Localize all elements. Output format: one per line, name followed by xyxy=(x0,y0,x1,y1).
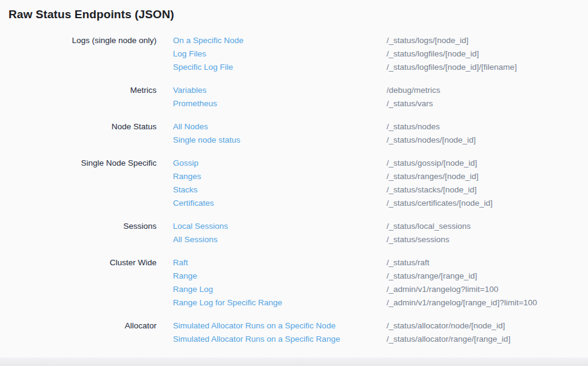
endpoint-url: /_admin/v1/rangelog?limit=100 xyxy=(387,283,498,296)
endpoint-url: /_status/allocator/range/[range_id] xyxy=(387,333,510,346)
endpoint-rows: Raft /_status/raft Range /_status/range/… xyxy=(173,256,588,310)
endpoint-link[interactable]: Raft xyxy=(173,256,387,269)
endpoint-url: /_status/nodes xyxy=(387,120,440,134)
endpoint-url: /_status/nodes/[node_id] xyxy=(387,134,476,147)
endpoint-rows: All Nodes /_status/nodes Single node sta… xyxy=(173,120,588,147)
endpoint-row: Local Sessions /_status/local_sessions xyxy=(173,220,588,233)
endpoint-row: Gossip /_status/gossip/[node_id] xyxy=(173,157,588,170)
endpoint-row: Log Files /_status/logfiles/[node_id] xyxy=(173,47,588,61)
endpoint-row: All Nodes /_status/nodes xyxy=(173,120,588,134)
endpoint-link[interactable]: Gossip xyxy=(173,157,387,170)
footer-band xyxy=(0,358,588,366)
endpoint-link[interactable]: Range Log for Specific Range xyxy=(173,296,387,310)
endpoint-link[interactable]: All Sessions xyxy=(173,233,387,246)
endpoint-url: /_status/logs/[node_id] xyxy=(387,34,468,47)
endpoint-group: Node Status All Nodes /_status/nodes Sin… xyxy=(0,120,588,147)
endpoint-url: /debug/metrics xyxy=(387,84,441,97)
endpoint-row: Range Log for Specific Range /_admin/v1/… xyxy=(173,296,588,310)
endpoint-row: All Sessions /_status/sessions xyxy=(173,233,588,246)
endpoint-rows: Simulated Allocator Runs on a Specific N… xyxy=(173,319,588,346)
endpoint-category: Single Node Specific xyxy=(0,157,157,170)
endpoint-url: /_status/allocator/node/[node_id] xyxy=(387,319,505,333)
endpoint-row: Simulated Allocator Runs on a Specific N… xyxy=(173,319,588,333)
endpoint-link[interactable]: Prometheus xyxy=(173,97,387,110)
endpoint-row: Single node status /_status/nodes/[node_… xyxy=(173,134,588,147)
endpoint-group: Metrics Variables /debug/metrics Prometh… xyxy=(0,84,588,110)
endpoint-rows: Gossip /_status/gossip/[node_id] Ranges … xyxy=(173,157,588,210)
endpoint-row: On a Specific Node /_status/logs/[node_i… xyxy=(173,34,588,47)
endpoint-url: /_status/vars xyxy=(387,97,433,110)
endpoint-row: Prometheus /_status/vars xyxy=(173,97,588,110)
endpoint-row: Range Log /_admin/v1/rangelog?limit=100 xyxy=(173,283,588,296)
endpoint-link[interactable]: Specific Log File xyxy=(173,61,387,74)
endpoint-row: Variables /debug/metrics xyxy=(173,84,588,97)
endpoint-url: /_status/range/[range_id] xyxy=(387,269,477,283)
page-title: Raw Status Endpoints (JSON) xyxy=(8,8,174,21)
endpoint-link[interactable]: Stacks xyxy=(173,183,387,197)
endpoint-url: /_status/raft xyxy=(387,256,430,269)
endpoint-row: Stacks /_status/stacks/[node_id] xyxy=(173,183,588,197)
endpoint-link[interactable]: Variables xyxy=(173,84,387,97)
endpoint-url: /_status/gossip/[node_id] xyxy=(387,157,477,170)
endpoint-link[interactable]: Single node status xyxy=(173,134,387,147)
endpoint-category: Logs (single node only) xyxy=(0,34,157,47)
endpoint-rows: On a Specific Node /_status/logs/[node_i… xyxy=(173,34,588,74)
endpoint-group: Allocator Simulated Allocator Runs on a … xyxy=(0,319,588,346)
endpoint-group: Single Node Specific Gossip /_status/gos… xyxy=(0,157,588,210)
endpoint-row: Specific Log File /_status/logfiles/[nod… xyxy=(173,61,588,74)
endpoint-category: Sessions xyxy=(0,220,157,233)
endpoint-link[interactable]: Range Log xyxy=(173,283,387,296)
endpoint-category: Metrics xyxy=(0,84,157,97)
endpoint-link[interactable]: Ranges xyxy=(173,170,387,183)
endpoint-category: Node Status xyxy=(0,120,157,134)
endpoint-category: Allocator xyxy=(0,319,157,333)
endpoint-link[interactable]: Log Files xyxy=(173,47,387,61)
endpoint-url: /_status/local_sessions xyxy=(387,220,471,233)
endpoint-row: Raft /_status/raft xyxy=(173,256,588,269)
endpoint-url: /_status/ranges/[node_id] xyxy=(387,170,479,183)
endpoint-link[interactable]: Local Sessions xyxy=(173,220,387,233)
endpoint-row: Ranges /_status/ranges/[node_id] xyxy=(173,170,588,183)
endpoint-group: Logs (single node only) On a Specific No… xyxy=(0,34,588,74)
endpoint-url: /_status/stacks/[node_id] xyxy=(387,183,477,197)
endpoint-link[interactable]: Simulated Allocator Runs on a Specific R… xyxy=(173,333,387,346)
endpoint-url: /_status/sessions xyxy=(387,233,450,246)
endpoint-link[interactable]: Simulated Allocator Runs on a Specific N… xyxy=(173,319,387,333)
endpoint-group: Cluster Wide Raft /_status/raft Range /_… xyxy=(0,256,588,310)
endpoint-link[interactable]: Range xyxy=(173,269,387,283)
endpoint-row: Simulated Allocator Runs on a Specific R… xyxy=(173,333,588,346)
endpoint-url: /_status/logfiles/[node_id] xyxy=(387,47,479,61)
endpoint-rows: Variables /debug/metrics Prometheus /_st… xyxy=(173,84,588,110)
endpoint-link[interactable]: Certificates xyxy=(173,197,387,210)
endpoint-link[interactable]: On a Specific Node xyxy=(173,34,387,47)
endpoint-rows: Local Sessions /_status/local_sessions A… xyxy=(173,220,588,246)
endpoint-url: /_admin/v1/rangelog/[range_id]?limit=100 xyxy=(387,296,537,310)
endpoint-url: /_status/logfiles/[node_id]/[filename] xyxy=(387,61,517,74)
endpoint-category: Cluster Wide xyxy=(0,256,157,269)
endpoint-link[interactable]: All Nodes xyxy=(173,120,387,134)
endpoint-group: Sessions Local Sessions /_status/local_s… xyxy=(0,220,588,246)
endpoint-url: /_status/certificates/[node_id] xyxy=(387,197,493,210)
endpoint-table: Logs (single node only) On a Specific No… xyxy=(0,34,588,356)
endpoint-row: Range /_status/range/[range_id] xyxy=(173,269,588,283)
endpoint-row: Certificates /_status/certificates/[node… xyxy=(173,197,588,210)
